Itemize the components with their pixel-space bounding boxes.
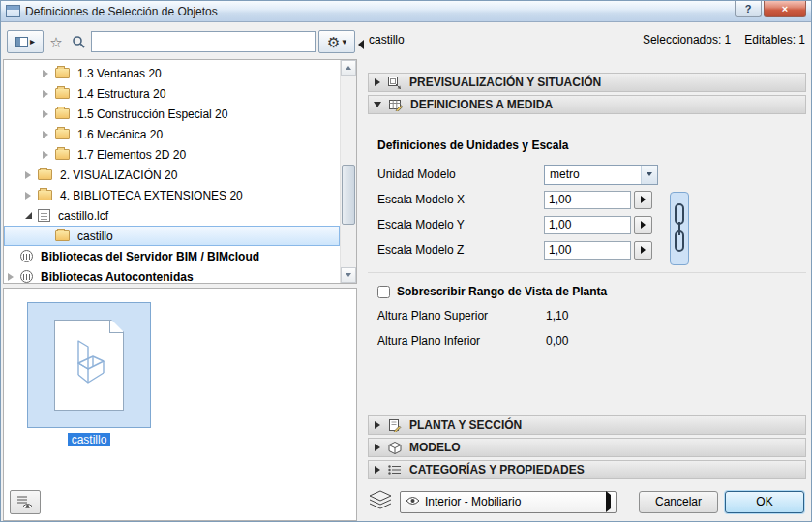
- lcf-archive-icon: [38, 209, 50, 222]
- window-icon: [6, 5, 20, 17]
- tree-item[interactable]: 1.7 Elementos 2D 20: [4, 144, 340, 165]
- scale-y-picker-button[interactable]: [634, 216, 652, 234]
- picker-arrow-icon: [641, 221, 646, 229]
- section-categories-properties[interactable]: CATEGORÍAS Y PROPIEDADES: [368, 460, 806, 479]
- expander-collapsed-icon[interactable]: [43, 70, 55, 77]
- tree-item-label: castillo: [75, 230, 116, 243]
- scale-z-input[interactable]: [544, 241, 631, 260]
- scrollbar-thumb[interactable]: [342, 165, 355, 225]
- scale-z-row: Escala Modelo Z: [377, 237, 797, 262]
- layer-arrow-icon: [606, 495, 611, 508]
- display-options-button[interactable]: [10, 490, 41, 514]
- preview-situation-icon: [386, 76, 404, 89]
- tree-item-label: 1.6 Mecánica 20: [75, 128, 165, 141]
- tree-item[interactable]: Bibliotecas del Servidor BIM / BIMcloud: [4, 246, 340, 266]
- scale-x-label: Escala Modelo X: [377, 193, 544, 206]
- library-toolbar: ▸ ☆ ⚙ ▾: [7, 29, 355, 54]
- expander-collapsed-icon[interactable]: [43, 131, 55, 138]
- expander-collapsed-icon[interactable]: [43, 110, 55, 118]
- scale-y-row: Escala Modelo Y: [377, 212, 797, 237]
- tree-rows: 1.3 Ventanas 20 1.4 Estructura 20 1.5 Co…: [4, 63, 340, 284]
- disclosure-collapsed-icon: [375, 444, 380, 451]
- layer-select[interactable]: Interior - Mobiliario: [400, 491, 617, 513]
- search-input[interactable]: [91, 31, 316, 52]
- unit-select[interactable]: metro: [544, 165, 658, 185]
- preview-pane: castillo: [3, 288, 357, 521]
- ok-button[interactable]: OK: [725, 491, 804, 513]
- disclosure-collapsed-icon: [375, 421, 380, 429]
- categories-list-icon: [386, 463, 404, 476]
- scale-x-picker-button[interactable]: [634, 191, 652, 209]
- panel-collapse-arrow[interactable]: [358, 40, 364, 49]
- expander-collapsed-icon[interactable]: [8, 273, 20, 281]
- expander-expanded-icon[interactable]: [25, 212, 38, 219]
- tree-item[interactable]: Bibliotecas Autocontenidas: [4, 266, 340, 284]
- link-xyz-control[interactable]: [670, 192, 689, 265]
- preview-label[interactable]: castillo: [68, 433, 111, 446]
- tree-item[interactable]: 1.3 Ventanas 20: [4, 63, 340, 83]
- section-model[interactable]: MODELO: [368, 438, 806, 457]
- folder-icon: [55, 68, 70, 78]
- library-view-button[interactable]: ▸: [7, 30, 44, 53]
- favorites-star-icon[interactable]: ☆: [46, 35, 66, 49]
- expander-collapsed-icon[interactable]: [25, 192, 38, 200]
- scale-x-input[interactable]: [544, 191, 631, 209]
- tree-item[interactable]: castillo.lcf: [4, 205, 340, 226]
- tree-scrollbar[interactable]: [340, 60, 356, 283]
- scale-z-picker-button[interactable]: [634, 241, 652, 260]
- cancel-button[interactable]: Cancelar: [639, 491, 718, 513]
- eye-icon: [406, 495, 420, 508]
- scroll-up-button[interactable]: [341, 60, 356, 76]
- expander-collapsed-icon[interactable]: [25, 171, 38, 179]
- folder-icon: [55, 129, 70, 139]
- override-row: Sobrescribir Rango de Vista de Planta: [377, 280, 797, 303]
- tree-item[interactable]: 4. BIBLIOTECA EXTENSIONES 20: [4, 185, 340, 205]
- section-preview-situation[interactable]: PREVISUALIZACIÓN Y SITUACIÓN: [368, 73, 806, 92]
- tree-item[interactable]: 2. VISUALIZACIÓN 20: [4, 165, 340, 185]
- gear-icon: ⚙: [327, 35, 340, 49]
- chain-link-icon: [674, 199, 685, 259]
- section-label: CATEGORÍAS Y PROPIEDADES: [409, 463, 585, 476]
- scale-z-label: Escala Modelo Z: [377, 243, 544, 257]
- tree-item-label: 2. VISUALIZACIÓN 20: [57, 169, 180, 182]
- unit-row: Unidad Modelo metro: [377, 162, 797, 187]
- section-label: MODELO: [409, 441, 461, 454]
- disclosure-collapsed-icon: [375, 466, 380, 474]
- scale-y-label: Escala Modelo Y: [377, 218, 544, 231]
- picker-arrow-icon: [641, 246, 646, 254]
- selection-status: Seleccionados: 1 Editables: 1: [643, 33, 805, 46]
- custom-settings-panel: Definiciones de Unidades y Escala Unidad…: [368, 117, 806, 413]
- tree-item[interactable]: 1.5 Construcción Especial 20: [4, 104, 340, 124]
- folder-icon: [55, 88, 70, 99]
- search-icon[interactable]: [69, 35, 88, 49]
- scroll-down-button[interactable]: [341, 267, 356, 283]
- expander-collapsed-icon[interactable]: [43, 151, 55, 159]
- object-settings-dialog: Definiciones de Selección de Objetos ? ×…: [0, 0, 812, 522]
- titlebar[interactable]: Definiciones de Selección de Objetos ? ×: [1, 1, 811, 22]
- scale-y-input[interactable]: [544, 216, 631, 234]
- section-label: PREVISUALIZACIÓN Y SITUACIÓN: [409, 76, 601, 89]
- lower-plane-label: Altura Plano Inferior: [377, 334, 544, 348]
- tree-item[interactable]: 1.4 Estructura 20: [4, 83, 340, 104]
- tree-item-label: 1.4 Estructura 20: [75, 87, 168, 101]
- tree-item-selected[interactable]: castillo: [4, 226, 340, 246]
- tree-item[interactable]: 1.6 Mecánica 20: [4, 124, 340, 144]
- dropdown-arrow-icon: [641, 166, 657, 184]
- caret-down-icon: ▾: [342, 38, 346, 46]
- folder-icon: [55, 230, 70, 241]
- preview-thumbnail[interactable]: [27, 302, 151, 428]
- upper-plane-label: Altura Plano Superior: [377, 309, 544, 322]
- close-button[interactable]: ×: [764, 1, 806, 17]
- expander-collapsed-icon[interactable]: [43, 90, 55, 98]
- picker-arrow-icon: [641, 196, 646, 203]
- units-scale-group-title: Definiciones de Unidades y Escala: [377, 138, 797, 152]
- lower-plane-row: Altura Plano Inferior 0,00: [377, 328, 797, 353]
- layers-icon[interactable]: [368, 490, 393, 513]
- section-plan-section[interactable]: PLANTA Y SECCIÓN: [368, 415, 806, 435]
- tree-item-label: castillo.lcf: [55, 209, 111, 223]
- settings-gear-button[interactable]: ⚙ ▾: [318, 30, 355, 53]
- override-plan-range-checkbox[interactable]: [377, 286, 390, 298]
- section-custom-settings[interactable]: DEFINICIONES A MEDIDA: [368, 95, 806, 114]
- tree-item-label: 1.3 Ventanas 20: [75, 67, 165, 80]
- help-button[interactable]: ?: [735, 1, 762, 17]
